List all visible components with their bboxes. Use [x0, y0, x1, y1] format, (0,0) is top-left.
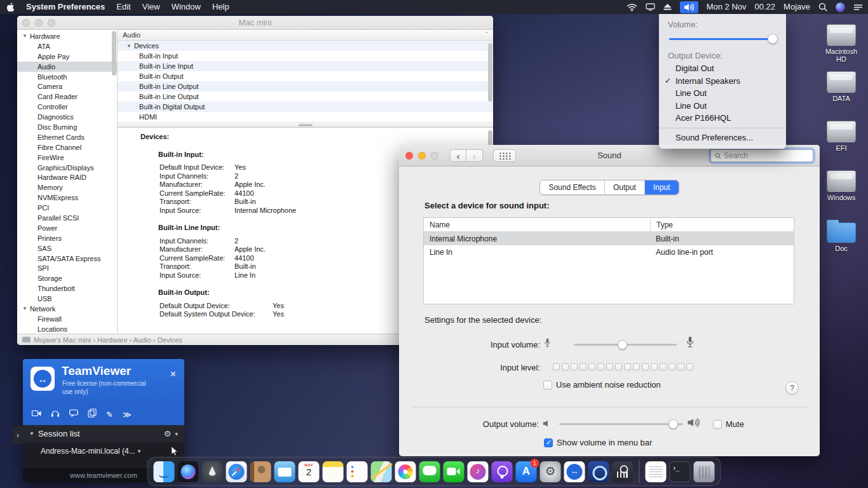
sidebar-item-ata[interactable]: ATA — [17, 41, 117, 51]
checkbox[interactable] — [713, 420, 722, 429]
device-row-built-in-line-output-2[interactable]: Built-in Line Output — [118, 92, 493, 102]
headset-icon[interactable] — [51, 409, 60, 420]
menu-item-digital-out[interactable]: Digital Out — [659, 62, 786, 75]
dock-finder-icon[interactable] — [154, 461, 175, 482]
dock-facetime-icon[interactable] — [444, 461, 465, 482]
checkbox[interactable] — [543, 381, 552, 390]
volume-slider[interactable] — [669, 34, 776, 44]
device-row-built-in-line-output[interactable]: Built-in Line Output — [118, 81, 493, 92]
sidebar-item-fibre-channel[interactable]: Fibre Channel — [17, 142, 117, 152]
siri-icon[interactable] — [836, 3, 845, 12]
gear-icon[interactable]: ⚙ — [164, 429, 172, 438]
output-volume-slider[interactable] — [559, 423, 683, 425]
sidebar-item-card-reader[interactable]: Card Reader — [17, 92, 117, 102]
slider-knob[interactable] — [668, 419, 678, 429]
sidebar-item-printers[interactable]: Printers — [17, 233, 117, 243]
checkbox-checked[interactable] — [544, 438, 553, 447]
menu-item-line-out[interactable]: Line Out — [659, 87, 786, 100]
slider-knob[interactable] — [768, 34, 778, 44]
tab-output[interactable]: Output — [604, 180, 644, 194]
sidebar-item-pci[interactable]: PCI — [17, 203, 117, 213]
menu-item-sound-preferences[interactable]: Sound Preferences... — [659, 132, 786, 144]
sidebar-item-memory[interactable]: Memory — [17, 182, 117, 193]
sidebar-item-controller[interactable]: Controller — [17, 102, 117, 112]
sidebar-item-hardware-raid[interactable]: Hardware RAID — [17, 172, 117, 182]
tab-sound-effects[interactable]: Sound Effects — [540, 180, 604, 194]
dock-calendar-icon[interactable]: NOV 2 — [299, 461, 320, 482]
dock-reminders-icon[interactable] — [347, 461, 368, 482]
sidebar-item-apple-pay[interactable]: Apple Pay — [17, 51, 117, 62]
device-row-built-in-digital-output[interactable]: Built-in Digital Output — [118, 102, 493, 112]
eject-icon[interactable] — [663, 4, 672, 11]
desktop-icon-windows[interactable]: Windows — [821, 170, 862, 201]
desktop-icon-doc[interactable]: Doc — [821, 220, 862, 252]
dock-mail-icon[interactable] — [275, 461, 295, 482]
disclosure-triangle-icon[interactable]: ▼ — [22, 306, 27, 311]
device-row-built-in-input[interactable]: Built-in Input — [118, 51, 493, 61]
notification-center-icon[interactable] — [853, 4, 863, 11]
dock-system-preferences-icon[interactable] — [540, 461, 561, 482]
dock-teamviewer-icon[interactable] — [564, 461, 585, 482]
menu-item-line-out-2[interactable]: Line Out — [659, 100, 786, 112]
sidebar-item-camera[interactable]: Camera — [17, 81, 117, 92]
search-field[interactable] — [710, 149, 813, 162]
menubar-time[interactable]: 00.22 — [755, 0, 776, 14]
sidebar-item-sata-sata-express[interactable]: SATA/SATA Express — [17, 254, 117, 264]
more-actions-icon[interactable]: ≫ — [123, 410, 132, 419]
sidebar-item-disc-burning[interactable]: Disc Burning — [17, 122, 117, 132]
slider-knob[interactable] — [618, 340, 627, 349]
spotlight-icon[interactable] — [818, 3, 827, 11]
display-icon[interactable] — [646, 3, 655, 11]
tab-input[interactable]: Input — [644, 180, 679, 194]
device-row-built-in-line-input[interactable]: Built-in Line Input — [118, 61, 493, 71]
sidebar-item-bluetooth[interactable]: Bluetooth — [17, 72, 117, 82]
table-row-internal-microphone[interactable]: Internal Microphone Built-in — [424, 232, 794, 245]
window-titlebar[interactable]: Mac mini — [17, 16, 493, 30]
session-list-row[interactable]: ▼ Session list ⚙ ▾ — [23, 425, 184, 442]
table-header[interactable]: Name Type — [424, 218, 794, 232]
table-row-line-in[interactable]: Line In Audio line-in port — [424, 245, 794, 259]
menu-item-internal-speakers[interactable]: ✓Internal Speakers — [659, 75, 786, 88]
disclosure-triangle-icon[interactable]: ▼ — [126, 43, 132, 49]
sidebar-item-usb[interactable]: USB — [17, 294, 117, 304]
column-type[interactable]: Type — [650, 218, 794, 231]
wifi-icon[interactable] — [627, 3, 637, 11]
dock-quicktime-icon[interactable] — [588, 461, 609, 482]
ambient-noise-checkbox[interactable]: Use ambient noise reduction — [543, 380, 661, 390]
column-name[interactable]: Name — [424, 220, 650, 229]
device-row-devices[interactable]: ▼Devices — [118, 41, 493, 51]
input-volume-slider[interactable] — [574, 344, 677, 346]
sidebar-scrollbar[interactable] — [112, 31, 116, 332]
collapse-chevron-icon[interactable]: ˆ — [485, 32, 488, 38]
sidebar-item-storage[interactable]: Storage — [17, 273, 117, 283]
chevron-down-icon[interactable]: ▾ — [175, 431, 178, 437]
search-input[interactable] — [724, 151, 809, 160]
chevron-down-icon[interactable]: ▾ — [138, 448, 141, 454]
dock-app-store-icon[interactable]: 1 — [516, 461, 537, 482]
device-row-hdmi[interactable]: HDMI — [118, 112, 493, 122]
dock-terminal-icon[interactable] — [670, 461, 691, 482]
apple-menu[interactable] — [6, 3, 15, 12]
sidebar-item-thunderbolt[interactable]: Thunderbolt — [17, 283, 117, 294]
desktop-icon-macintosh-hd[interactable]: Macintosh HD — [821, 24, 862, 63]
dock-maps-icon[interactable] — [371, 461, 392, 482]
show-volume-checkbox[interactable]: Show volume in menu bar — [544, 438, 652, 447]
dock-textedit-icon[interactable] — [646, 461, 667, 482]
disclosure-triangle-icon[interactable]: ▼ — [29, 431, 34, 437]
dock-messages-icon[interactable] — [419, 461, 440, 482]
menu-window[interactable]: Window — [172, 0, 201, 14]
sidebar-group-network[interactable]: ▼Network — [17, 304, 117, 314]
file-transfer-icon[interactable] — [88, 409, 97, 420]
sidebar-item-diagnostics[interactable]: Diagnostics — [17, 112, 117, 122]
sidebar-item-firewall[interactable]: Firewall — [17, 314, 117, 324]
dock-launchpad-icon[interactable] — [202, 461, 223, 482]
splitter-handle[interactable] — [118, 122, 493, 128]
disclosure-triangle-icon[interactable]: ▼ — [22, 33, 27, 39]
sidebar-group-hardware[interactable]: ▼Hardware — [17, 31, 117, 41]
sidebar-item-sas[interactable]: SAS — [17, 243, 117, 254]
dock-audio-midi-setup-icon[interactable] — [613, 461, 634, 482]
menubar-date[interactable]: Mon 2 Nov — [707, 0, 747, 14]
menu-view[interactable]: View — [142, 0, 160, 14]
dock-siri-icon[interactable] — [178, 461, 199, 482]
menu-item-acer-p166hql[interactable]: Acer P166HQL — [659, 112, 786, 125]
